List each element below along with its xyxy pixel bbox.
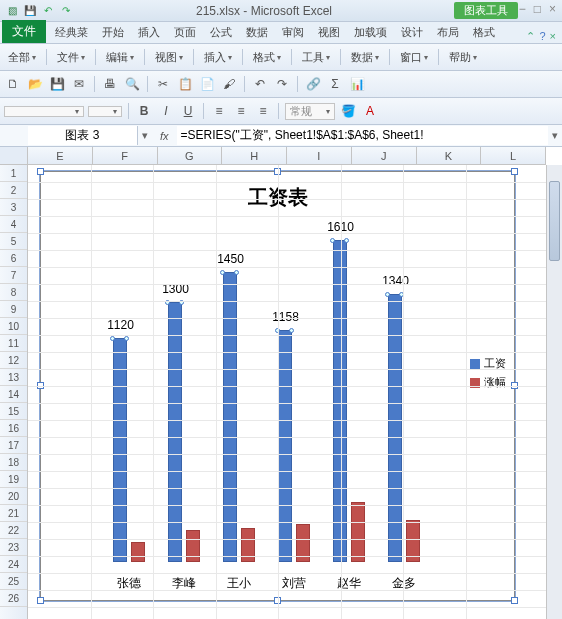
open-icon[interactable]: 📂 [26,75,44,93]
font-name-select[interactable]: ▾ [4,106,84,117]
row-header[interactable]: 12 [0,352,27,369]
worksheet-grid[interactable]: EFGHIJKL 1234567891011121314151617181920… [0,147,562,619]
vertical-scrollbar[interactable] [546,165,562,619]
bar-series1[interactable] [168,302,182,562]
file-tab[interactable]: 文件 [2,20,46,43]
font-size-select[interactable]: ▾ [88,106,122,117]
scrollbar-thumb[interactable] [549,181,560,261]
row-header[interactable]: 20 [0,488,27,505]
italic-icon[interactable]: I [157,102,175,120]
menu-help[interactable]: 帮助▾ [445,50,481,65]
menu-view[interactable]: 视图▾ [151,50,187,65]
fx-icon[interactable]: fx [152,130,177,142]
row-header[interactable]: 11 [0,335,27,352]
cut-icon[interactable]: ✂ [154,75,172,93]
column-header[interactable]: K [417,147,482,164]
resize-handle-icon[interactable] [37,168,44,175]
print-icon[interactable]: 🖶 [101,75,119,93]
resize-handle-icon[interactable] [37,597,44,604]
chart-plot-area[interactable]: 1120张德1300李峰1450王小1158刘营1610赵华1340金多 [101,222,431,562]
row-header[interactable]: 15 [0,403,27,420]
fill-color-icon[interactable]: 🪣 [339,102,357,120]
column-header[interactable]: J [352,147,417,164]
bar-series1[interactable] [223,272,237,562]
format-painter-icon[interactable]: 🖌 [220,75,238,93]
tab-page[interactable]: 页面 [167,22,203,43]
row-header[interactable]: 19 [0,471,27,488]
bar-series1[interactable] [333,240,347,562]
menu-window[interactable]: 窗口▾ [396,50,432,65]
tab-review[interactable]: 审阅 [275,22,311,43]
row-header[interactable]: 25 [0,573,27,590]
link-icon[interactable]: 🔗 [304,75,322,93]
resize-handle-icon[interactable] [274,168,281,175]
window-close-icon[interactable]: × [550,30,556,43]
column-header[interactable]: E [28,147,93,164]
bold-icon[interactable]: B [135,102,153,120]
name-box[interactable]: 图表 3 [28,126,138,145]
resize-handle-icon[interactable] [274,597,281,604]
paste-icon[interactable]: 📄 [198,75,216,93]
select-all-corner[interactable] [0,147,28,165]
row-header[interactable]: 17 [0,437,27,454]
row-header[interactable]: 10 [0,318,27,335]
column-header[interactable]: H [222,147,287,164]
help-icon[interactable]: ? [539,30,545,43]
row-header[interactable]: 8 [0,284,27,301]
menu-file[interactable]: 文件▾ [53,50,89,65]
redo-icon[interactable]: ↷ [273,75,291,93]
menu-tools[interactable]: 工具▾ [298,50,334,65]
row-header[interactable]: 21 [0,505,27,522]
row-header[interactable]: 1 [0,165,27,182]
tab-classic[interactable]: 经典菜 [48,22,95,43]
row-header[interactable]: 3 [0,199,27,216]
row-header[interactable]: 5 [0,233,27,250]
chart-tools-tab[interactable]: 图表工具 [454,2,518,19]
tab-view[interactable]: 视图 [311,22,347,43]
underline-icon[interactable]: U [179,102,197,120]
save-icon[interactable]: 💾 [48,75,66,93]
tab-insert[interactable]: 插入 [131,22,167,43]
column-header[interactable]: F [93,147,158,164]
namebox-dropdown-icon[interactable]: ▾ [138,129,152,142]
row-header[interactable]: 13 [0,369,27,386]
redo-icon[interactable]: ↷ [58,3,74,19]
column-header[interactable]: L [481,147,546,164]
save-icon[interactable]: 💾 [22,3,38,19]
bar-series2[interactable] [351,502,365,562]
sum-icon[interactable]: Σ [326,75,344,93]
align-right-icon[interactable]: ≡ [254,102,272,120]
tab-data[interactable]: 数据 [239,22,275,43]
resize-handle-icon[interactable] [511,168,518,175]
tab-home[interactable]: 开始 [95,22,131,43]
cells-area[interactable]: 工资表 1120张德1300李峰1450王小1158刘营1610赵华1340金多… [28,165,546,619]
chart-icon[interactable]: 📊 [348,75,366,93]
tab-layout[interactable]: 布局 [430,22,466,43]
row-header[interactable]: 14 [0,386,27,403]
expand-formula-icon[interactable]: ▾ [548,129,562,142]
column-header[interactable]: I [287,147,352,164]
menu-all[interactable]: 全部▾ [4,50,40,65]
row-header[interactable]: 9 [0,301,27,318]
menu-insert[interactable]: 插入▾ [200,50,236,65]
close-icon[interactable]: × [549,2,556,16]
minimize-ribbon-icon[interactable]: ⌃ [526,30,535,43]
tab-format[interactable]: 格式 [466,22,502,43]
tab-formula[interactable]: 公式 [203,22,239,43]
minimize-icon[interactable]: − [519,2,526,16]
row-header[interactable]: 2 [0,182,27,199]
new-icon[interactable]: 🗋 [4,75,22,93]
legend-item[interactable]: 涨幅 [470,375,506,390]
preview-icon[interactable]: 🔍 [123,75,141,93]
menu-edit[interactable]: 编辑▾ [102,50,138,65]
tab-addins[interactable]: 加载项 [347,22,394,43]
row-header[interactable]: 16 [0,420,27,437]
bar-series1[interactable] [113,338,127,562]
row-header[interactable]: 24 [0,556,27,573]
bar-series2[interactable] [131,542,145,562]
row-header[interactable]: 4 [0,216,27,233]
maximize-icon[interactable]: □ [534,2,541,16]
row-header[interactable]: 7 [0,267,27,284]
formula-input[interactable]: =SERIES("工资", Sheet1!$A$1:$A$6, Sheet1! [177,126,548,145]
undo-icon[interactable]: ↶ [251,75,269,93]
